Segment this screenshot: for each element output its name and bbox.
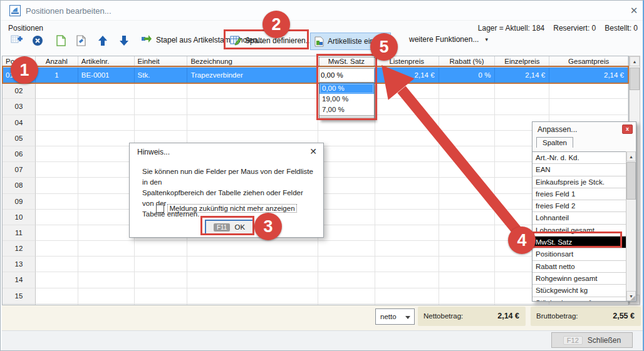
cell-mwst: [318, 241, 375, 257]
field-list-item[interactable]: Lohnanteil: [532, 212, 626, 224]
weitere-funktionen-button[interactable]: weitere Funktionen... ▾: [409, 35, 488, 44]
field-list-item[interactable]: Rohgewinn gesamt: [532, 273, 626, 285]
cell-gesamtpreis: 2,14 €: [549, 68, 628, 83]
annotation-badge-5: 5: [370, 33, 398, 61]
mwst-edit-cell[interactable]: 0,00 %: [318, 68, 375, 83]
cell-artikelnr: [78, 131, 135, 146]
field-list-item[interactable]: Rabatt netto: [532, 261, 626, 273]
field-list-scrollbar[interactable]: ▲ ▼: [626, 151, 636, 301]
cell-rabatt: [439, 162, 496, 178]
delete-position-icon[interactable]: [32, 35, 43, 46]
col-header-einheit[interactable]: Einheit: [135, 56, 188, 68]
mwst-option-selected[interactable]: 0,00 %: [319, 83, 374, 94]
cell-mwst: [318, 225, 375, 241]
cell-artikelnr: BE-0001: [78, 68, 135, 83]
field-list-item[interactable]: Art.-Nr. d. Kd.: [532, 152, 626, 164]
cell-mwst: [318, 146, 375, 162]
cell-mwst: [318, 288, 375, 304]
col-header-mwst-satz[interactable]: MwSt. Satz: [318, 56, 375, 68]
field-list-item[interactable]: Einkaufspreis je Stck.: [532, 176, 626, 188]
popup-resize-grip[interactable]: [319, 115, 374, 120]
annotation-badge-1: 1: [11, 56, 38, 84]
field-list-item[interactable]: Lohnanteil gesamt: [532, 225, 626, 237]
dialog-close-icon[interactable]: ✕: [309, 146, 317, 156]
cell-gesamtpreis: [549, 99, 628, 114]
hinweis-dialog: Hinweis... ✕ Sie können nun die Felder p…: [129, 143, 324, 238]
cell-artikelnr: [78, 241, 135, 257]
schliessen-label: Schließen: [588, 336, 621, 345]
cell-einheit: [135, 288, 188, 304]
field-list-item[interactable]: EAN: [532, 164, 626, 176]
col-header-gesamtpreis[interactable]: Gesamtpreis: [549, 56, 628, 68]
row-number-cell: 06: [3, 146, 36, 162]
row-number-cell: 05: [3, 131, 36, 146]
col-header-anzahl[interactable]: Anzahl: [36, 56, 78, 68]
annotation-badge-3: 3: [254, 213, 282, 240]
mwst-option[interactable]: 19,00 %: [319, 94, 374, 104]
row-number-cell: 04: [3, 115, 36, 131]
cell-einheit: [135, 83, 188, 99]
selected-position-row[interactable]: 01 1 BE-0001 Stk. Trapezverbinder 0,00 %…: [3, 68, 628, 83]
anpassen-close-button[interactable]: x: [622, 125, 633, 134]
scrollbar-thumb[interactable]: [626, 162, 636, 200]
cell-listenpreis: [375, 257, 439, 272]
paste-position-icon[interactable]: [76, 35, 86, 46]
tab-spalten[interactable]: Spalten: [536, 137, 573, 148]
cell-anzahl: [36, 115, 78, 131]
panel-resize-grip[interactable]: ◢: [630, 295, 635, 301]
field-list-item[interactable]: Stückgewicht kg: [532, 285, 626, 297]
scrollbar-thumb[interactable]: [630, 68, 640, 90]
row-number-cell: 13: [3, 257, 36, 272]
mwst-option[interactable]: 7,00 %: [319, 104, 374, 115]
dont-show-again-checkbox[interactable]: [156, 205, 164, 213]
cell-artikelnr: [78, 272, 135, 288]
ok-button[interactable]: F11 OK: [205, 220, 254, 235]
cell-listenpreis: [375, 225, 439, 241]
cell-anzahl: [36, 257, 78, 272]
col-header-bezeichnung[interactable]: Bezeichnung: [187, 56, 318, 68]
f11-keycap: F11: [214, 223, 231, 231]
dialog-title: Hinweis...: [137, 148, 170, 156]
row-number-cell: 15: [3, 288, 36, 304]
scroll-up-icon[interactable]: ▲: [630, 56, 640, 66]
col-header-artikelnr[interactable]: Artikelnr.: [78, 56, 135, 68]
field-list-item[interactable]: freies Feld 1: [532, 188, 626, 200]
anpassen-panel: Anpassen... x Spalten Art.-Nr. d. Kd.EAN…: [532, 121, 636, 302]
col-header-rabatt[interactable]: Rabatt (%): [439, 56, 496, 68]
schliessen-button[interactable]: F12 Schließen: [551, 332, 633, 348]
field-list-item[interactable]: Positionsart: [532, 248, 626, 260]
cell-einzelpreis: [495, 83, 549, 99]
cell-bezeichnung: [187, 115, 318, 131]
field-list-item[interactable]: freies Feld 2: [532, 200, 626, 212]
cell-listenpreis: [375, 194, 439, 210]
cell-anzahl: [36, 131, 78, 146]
netto-brutto-select[interactable]: netto: [375, 308, 415, 325]
move-down-icon[interactable]: [119, 35, 129, 46]
window-close-icon[interactable]: ✕: [627, 5, 641, 18]
cell-rabatt: [439, 225, 496, 241]
field-list: Art.-Nr. d. Kd.EANEinkaufspreis je Stck.…: [532, 151, 636, 301]
bruttobetrag-value: 2,55 €: [613, 312, 635, 320]
cell-artikelnr: [78, 210, 135, 225]
field-list-item[interactable]: Stückvolumen m³: [532, 297, 626, 301]
row-number-cell: 02: [3, 83, 36, 99]
add-position-icon[interactable]: [11, 35, 23, 47]
window-titlebar: Positionen bearbeiten... ✕: [1, 1, 643, 21]
cell-rabatt: [439, 257, 496, 272]
col-header-einzelpreis[interactable]: Einzelpreis: [495, 56, 549, 68]
dialog-checkbox-row: Meldung zukünftig nicht mehr anzeigen: [130, 204, 323, 213]
cell-mwst: [318, 257, 375, 272]
stock-lager: Lager = Aktuell: 184: [478, 24, 544, 33]
cell-mwst: [318, 194, 375, 210]
move-up-icon[interactable]: [98, 35, 108, 46]
row-number-cell: 12: [3, 241, 36, 257]
copy-position-icon[interactable]: [56, 35, 66, 46]
scroll-up-icon[interactable]: ▲: [626, 151, 636, 161]
field-list-item-selected[interactable]: MwSt. Satz: [532, 237, 626, 248]
section-label: Positionen: [8, 24, 43, 33]
empty-table-row[interactable]: 03: [3, 99, 628, 114]
empty-table-row[interactable]: 02: [3, 83, 628, 99]
cell-rabatt: [439, 99, 496, 114]
row-number-cell: 10: [3, 210, 36, 225]
table-header-row: Pos. Anzahl Artikelnr. Einheit Bezeichnu…: [3, 56, 628, 68]
